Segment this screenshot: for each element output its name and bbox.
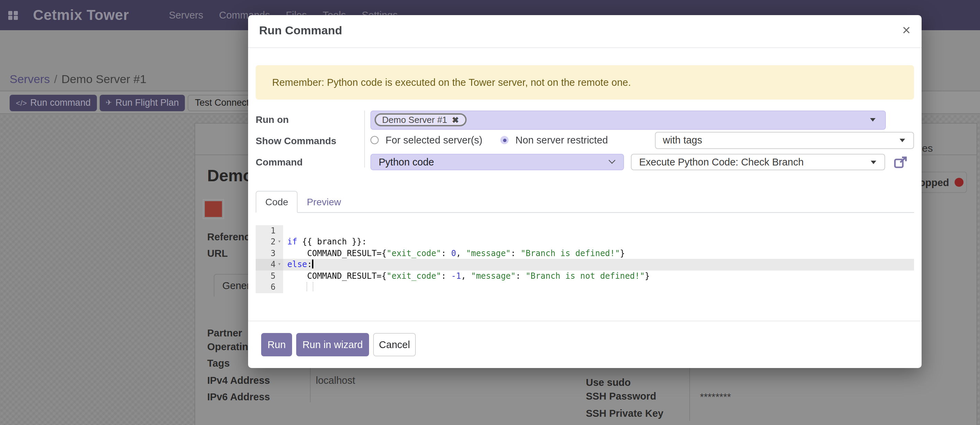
tab-code[interactable]: Code (256, 191, 298, 213)
close-icon[interactable]: × (902, 22, 911, 37)
run-command-modal: Run Command × Remember: Python code is e… (248, 15, 921, 368)
server-tag: Demo Server #1 ✖ (375, 114, 466, 127)
radio-selected[interactable] (500, 136, 509, 144)
remove-tag-icon[interactable]: ✖ (452, 116, 459, 124)
code-editor[interactable]: 12▾if {{ branch }}:3 COMMAND_RESULT={"ex… (256, 225, 914, 293)
code-line[interactable]: 5 COMMAND_RESULT={"exit_code": -1, "mess… (256, 270, 914, 282)
breadcrumb-link-servers[interactable]: Servers (10, 73, 50, 86)
brand-logo[interactable]: Cetmix Tower (33, 7, 129, 23)
status-dot-icon (955, 178, 964, 187)
breadcrumb-separator: / (50, 73, 61, 86)
code-icon: </> (16, 98, 27, 107)
fold-arrow-icon (275, 270, 283, 282)
code-text: else: (283, 259, 914, 270)
run-command-button[interactable]: </> Run command (10, 94, 97, 111)
field-label-tags: Tags (207, 358, 230, 369)
fold-arrow-icon (275, 247, 283, 259)
gutter-cell: 2▾ (256, 236, 283, 247)
cancel-button[interactable]: Cancel (373, 333, 416, 356)
radio-unselected[interactable] (371, 136, 379, 144)
modal-body: Remember: Python code is executed on the… (248, 48, 921, 293)
code-text: if {{ branch }}: (283, 236, 914, 247)
line-number: 1 (256, 225, 275, 236)
code-text (283, 282, 914, 293)
radio-label: For selected server(s) (385, 135, 482, 146)
code-text: COMMAND_RESULT={"exit_code": -1, "messag… (283, 270, 914, 282)
run-on-label: Run on (256, 111, 364, 125)
gutter-cell: 4▾ (256, 259, 283, 270)
modal-footer: Run Run in wizard Cancel (248, 320, 921, 368)
editor-tabs: CodePreview (256, 191, 914, 213)
line-number: 5 (256, 270, 275, 282)
with-tags-select[interactable]: with tags (655, 132, 914, 149)
line-number: 4 (256, 259, 275, 270)
command-select[interactable]: Execute Python Code: Check Branch (631, 154, 885, 170)
breadcrumb: Servers/Demo Server #1 (10, 73, 146, 87)
indent-guide (307, 282, 307, 291)
run-in-wizard-button[interactable]: Run in wizard (296, 333, 369, 356)
command-label: Command (256, 154, 364, 168)
tab-preview[interactable]: Preview (298, 191, 350, 212)
breadcrumb-current: Demo Server #1 (62, 73, 147, 86)
plane-icon: ✈ (105, 98, 112, 107)
line-number: 6 (256, 282, 275, 293)
external-link-icon[interactable] (894, 156, 908, 168)
gutter-cell: 3 (256, 247, 283, 259)
modal-title: Run Command (259, 24, 342, 38)
code-text: COMMAND_RESULT={"exit_code": 0, "message… (283, 247, 914, 259)
column-divider-left (310, 368, 310, 402)
modal-header: Run Command × (248, 15, 921, 48)
color-picker[interactable] (202, 199, 224, 219)
field-label-url: URL (207, 248, 228, 259)
code-line[interactable]: 1 (256, 225, 914, 236)
sheet-top-link[interactable]: es (922, 142, 933, 154)
gutter-cell: 1 (256, 225, 283, 236)
field-label-ssh-private-key: SSH Private Key (586, 408, 663, 419)
chevron-down-icon (609, 157, 616, 164)
code-line[interactable]: 4▾else: (256, 259, 914, 270)
column-divider-right (689, 368, 690, 421)
field-value-ipv4: localhost (316, 374, 355, 385)
warning-alert: Remember: Python code is executed on the… (256, 65, 914, 100)
command-type-select[interactable]: Python code (371, 154, 624, 170)
code-line[interactable]: 6 (256, 282, 914, 293)
run-button[interactable]: Run (261, 333, 292, 356)
fold-arrow-icon: ▾ (275, 259, 283, 270)
chevron-down-icon (900, 138, 905, 142)
line-number: 3 (256, 247, 275, 259)
fold-arrow-icon: ▾ (275, 236, 283, 247)
show-commands-radio-group: For selected server(s)Non server restric… (371, 135, 626, 146)
gutter-cell: 5 (256, 270, 283, 282)
radio-label: Non server restricted (515, 135, 608, 146)
field-value-ssh-password: ******** (700, 391, 731, 402)
chevron-down-icon (871, 160, 876, 164)
code-text (283, 225, 914, 236)
run-on-select[interactable]: Demo Server #1 ✖ (371, 111, 886, 129)
chevron-down-icon (870, 119, 875, 122)
run-command-form: Run on Demo Server #1 ✖ Show Commands (256, 111, 914, 170)
field-label-ipv4: IPv4 Address (207, 374, 270, 385)
field-label-ipv6: IPv6 Address (207, 391, 270, 402)
app-root: Cetmix Tower ServersCommandsFilesToolsSe… (0, 0, 980, 425)
gutter-cell: 6 (256, 282, 283, 293)
run-flight-plan-button[interactable]: ✈ Run Flight Plan (100, 94, 185, 111)
code-line[interactable]: 2▾if {{ branch }}: (256, 236, 914, 247)
navbar-item-servers[interactable]: Servers (169, 10, 204, 21)
field-label-partner: Partner (207, 328, 242, 338)
fold-arrow-icon (275, 225, 283, 236)
field-label-ssh-password: SSH Password (586, 391, 656, 402)
indent-guide (313, 282, 313, 291)
color-swatch (204, 201, 222, 217)
text-cursor (312, 260, 313, 268)
fold-arrow-icon (275, 282, 283, 293)
apps-grid-icon[interactable] (8, 11, 17, 19)
code-line[interactable]: 3 COMMAND_RESULT={"exit_code": 0, "messa… (256, 247, 914, 259)
show-commands-label: Show Commands (256, 132, 364, 146)
field-label-use-sudo: Use sudo (586, 377, 631, 388)
line-number: 2 (256, 236, 275, 247)
